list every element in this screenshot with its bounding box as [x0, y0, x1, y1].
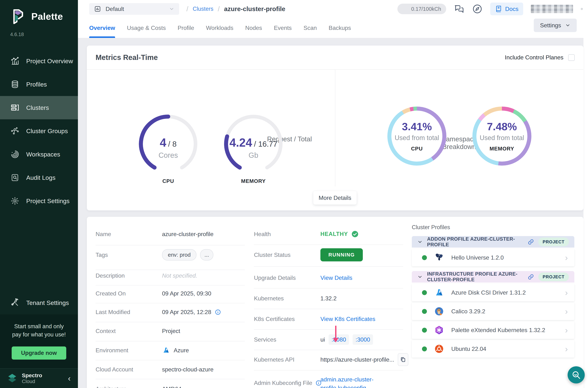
sidebar-item-workspaces[interactable]: Workspaces [0, 143, 78, 166]
profile-row-ubuntu[interactable]: Ubuntu 22.04 › [412, 340, 574, 358]
memory-gauge: 4.24 / 16.77 Gb MEMORY [223, 113, 284, 184]
sidebar-item-label: Project Settings [26, 197, 69, 205]
azure-icon [162, 346, 170, 354]
include-control-planes-checkbox[interactable] [568, 54, 575, 61]
tab-backups[interactable]: Backups [329, 18, 351, 38]
cloud-account-value: spectro-cloud-azure [162, 366, 214, 373]
credits-usage-pill: 0.17/100kCh [397, 4, 446, 14]
ubuntu-icon [434, 344, 444, 354]
tab-events[interactable]: Events [274, 18, 292, 38]
brand-name: Spectro Cloud [22, 372, 42, 385]
info-icon[interactable] [215, 309, 221, 315]
healthy-check-icon [352, 231, 359, 238]
scrollbar-track[interactable] [584, 38, 588, 388]
profile-row-azure-disk[interactable]: Azure Disk CSI Driver 1.31.2 › [412, 284, 574, 301]
chevron-right-icon: › [565, 326, 568, 334]
sidebar-item-label: Project Overview [26, 58, 73, 65]
cluster-status-badge[interactable]: RUNNING [320, 248, 363, 261]
created-on-value: 09 Apr 2025, 09:30 [162, 290, 211, 297]
credits-usage-value: 0.17/100kCh [411, 6, 441, 12]
sidebar-item-label: Audit Logs [26, 174, 56, 181]
cpu-gauge-label: CPU [137, 178, 199, 184]
spectro-cloud-logo-icon [7, 373, 18, 384]
compass-icon[interactable] [472, 4, 483, 14]
status-dot-green [422, 346, 427, 351]
sidebar-item-cluster-groups[interactable]: Cluster Groups [0, 119, 78, 143]
tab-nodes[interactable]: Nodes [245, 18, 262, 38]
sidebar-item-tenant-settings[interactable]: Tenant Settings [0, 291, 78, 315]
sidebar-item-label: Tenant Settings [26, 299, 69, 306]
chevron-right-icon: › [565, 345, 568, 353]
search-fab-button[interactable] [568, 366, 585, 384]
sidebar-item-label: Profiles [26, 81, 47, 88]
tag-more-chip[interactable]: ... [200, 249, 213, 261]
docs-button[interactable]: Docs [490, 2, 523, 15]
sidebar-collapse-icon[interactable]: ‹ [68, 374, 71, 382]
divider [96, 322, 245, 322]
sidebar: Palette 4.6.18 Project Overview Pr [0, 0, 78, 388]
context-value: Project [162, 328, 180, 335]
divider [96, 379, 245, 379]
profile-row-calico[interactable]: Calico 3.29.2 › [412, 303, 574, 320]
addon-profile-header[interactable]: ADDON PROFILE AZURE-CLUSTER-PROFILE PROJ… [412, 236, 574, 247]
service-port-8080-link[interactable]: :8080 [329, 335, 349, 345]
tab-usage-costs[interactable]: Usage & Costs [127, 18, 166, 38]
infrastructure-profile-header[interactable]: INFRASTRUCTURE PROFILE AZURE-CLUSTER-PRO… [412, 271, 574, 283]
field-label: Upgrade Details [254, 274, 296, 281]
sidebar-item-audit-logs[interactable]: Audit Logs [0, 166, 78, 189]
chevron-down-icon [169, 6, 174, 12]
app-logo[interactable]: Palette [0, 0, 78, 25]
sidebar-item-clusters[interactable]: Clusters [0, 96, 78, 119]
sidebar-item-profiles[interactable]: Profiles [0, 73, 78, 96]
link-icon [528, 239, 534, 245]
project-badge: PROJECT [538, 272, 569, 281]
field-label: Context [96, 328, 116, 335]
memory-used-value: 4.24 [229, 136, 252, 149]
bar-chart-icon [11, 57, 19, 65]
service-port-3000-link[interactable]: :3000 [353, 335, 373, 345]
breadcrumb: / Clusters / azure-cluster-profile [186, 5, 285, 13]
profile-row-pxk[interactable]: Palette eXtended Kubernetes 1.32.2 › [412, 321, 574, 339]
copy-button[interactable] [398, 353, 408, 366]
view-details-link[interactable]: View Details [320, 274, 352, 281]
services-value: ui :8080 :3000 [320, 335, 373, 345]
status-dot-green [422, 328, 427, 333]
project-selector[interactable]: Default [89, 3, 179, 15]
more-details-button[interactable]: More Details [313, 191, 357, 205]
chat-icon[interactable] [454, 4, 464, 14]
tab-scan[interactable]: Scan [303, 18, 317, 38]
header: Default / Clusters / azure-cluster-profi… [78, 0, 588, 38]
tab-overview[interactable]: Overview [89, 18, 115, 38]
tabs-row: Overview Usage & Costs Profile Workloads… [78, 18, 588, 38]
azure-icon [434, 288, 444, 297]
admin-kubeconfig-link[interactable]: admin.azure-cluster-profile.kubeconfig [320, 375, 384, 388]
tag-chip[interactable]: env: prod [162, 249, 196, 261]
sidebar-item-project-overview[interactable]: Project Overview [0, 49, 78, 73]
project-scope-icon [94, 5, 101, 13]
sidebar-item-project-settings[interactable]: Project Settings [0, 189, 78, 213]
user-name-redacted[interactable] [531, 5, 573, 13]
divider [254, 309, 403, 309]
orbit-icon [11, 150, 19, 159]
tab-workloads[interactable]: Workloads [206, 18, 233, 38]
chevron-down-icon [565, 23, 570, 28]
calico-icon [434, 306, 444, 316]
metrics-card-header: Metrics Real-Time Include Control Planes [87, 46, 584, 70]
field-label: Cloud Account [96, 366, 133, 373]
profile-row-hello-universe[interactable]: Hello Universe 1.2.0 › [412, 249, 574, 266]
cpu-gauge: 4 / 8 Cores CPU [137, 113, 199, 184]
memory-unit: Gb [249, 151, 258, 159]
view-k8s-certificates-link[interactable]: View K8s Certificates [320, 316, 375, 322]
settings-button[interactable]: Settings [534, 19, 577, 32]
tab-profile[interactable]: Profile [178, 18, 194, 38]
upgrade-now-button[interactable]: Upgrade now [12, 346, 66, 360]
cluster-details-card: Name azure-cluster-profile Tags env: pro… [87, 217, 584, 388]
divider [96, 360, 245, 360]
app-name: Palette [31, 11, 63, 22]
last-modified-value: 09 Apr 2025, 12:28 [162, 309, 221, 315]
project-selector-value: Default [106, 6, 124, 12]
divider [254, 288, 403, 289]
description-value: Not specified. [162, 272, 197, 279]
memory-used-percent: 7.48% [487, 121, 517, 133]
breadcrumb-link-clusters[interactable]: Clusters [193, 6, 214, 12]
